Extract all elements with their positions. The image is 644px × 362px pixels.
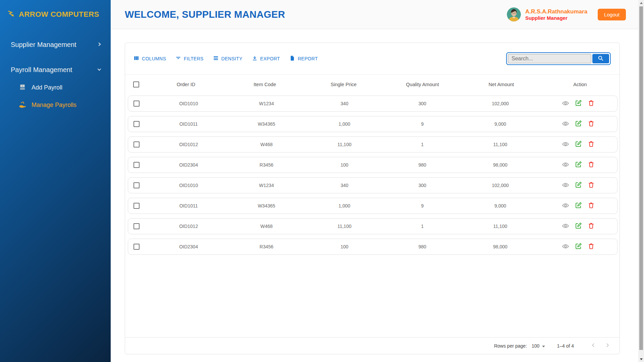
scroll-up-icon[interactable]	[638, 0, 644, 6]
sidebar-item-supplier-management[interactable]: Supplier Management	[0, 37, 111, 52]
column-header-action: Action	[541, 82, 620, 87]
view-button[interactable]	[562, 243, 569, 251]
view-button[interactable]	[562, 202, 569, 210]
scroll-down-icon[interactable]	[638, 356, 644, 362]
page-title: WELCOME, SUPPLIER MANAGER	[125, 9, 285, 20]
columns-button[interactable]: COLUMNS	[133, 55, 166, 62]
next-page-button[interactable]	[603, 341, 612, 351]
edit-button[interactable]	[575, 120, 582, 128]
row-checkbox[interactable]	[133, 101, 140, 107]
table-row: OID1012 W468 11,100 1 11,100	[128, 218, 618, 234]
cell-item-code: R3456	[227, 162, 305, 168]
top-header: WELCOME, SUPPLIER MANAGER A.R.S.A.Rathna…	[111, 0, 638, 29]
column-header-item-code: Item Code	[225, 82, 304, 87]
scrollbar-thumb[interactable]	[639, 6, 643, 350]
trash-icon	[588, 202, 595, 210]
edit-button[interactable]	[575, 161, 582, 169]
view-button[interactable]	[562, 100, 569, 108]
cell-order-id: OID1012	[150, 142, 227, 147]
cell-quality-amount: 300	[383, 183, 461, 188]
cell-item-code: R3456	[227, 244, 305, 249]
eye-icon	[562, 120, 569, 128]
cell-quality-amount: 1	[383, 142, 461, 147]
chevron-left-icon	[590, 342, 597, 350]
sidebar-item-label: Manage Payrolls	[32, 102, 76, 109]
sidebar-item-add-payroll[interactable]: Add Payroll	[0, 80, 111, 95]
table-row: OID1011 W34365 1,000 9 9,000	[128, 116, 618, 132]
row-checkbox[interactable]	[133, 182, 140, 188]
sidebar-item-label: Supplier Management	[11, 41, 76, 49]
cell-quality-amount: 9	[383, 203, 461, 208]
row-checkbox[interactable]	[133, 121, 140, 127]
cell-single-price: 11,100	[306, 142, 383, 147]
row-checkbox[interactable]	[133, 162, 140, 168]
delete-button[interactable]	[588, 120, 595, 128]
search-button[interactable]	[592, 54, 609, 63]
row-checkbox[interactable]	[133, 141, 140, 147]
filters-button[interactable]: FILTERS	[175, 55, 204, 62]
view-button[interactable]	[562, 181, 569, 190]
delete-button[interactable]	[588, 222, 595, 230]
delete-button[interactable]	[588, 140, 595, 148]
view-button[interactable]	[562, 120, 569, 128]
cell-item-code: W1234	[227, 183, 305, 188]
column-header-order-id: Order ID	[147, 82, 225, 87]
trash-icon	[588, 120, 595, 128]
cell-single-price: 340	[306, 183, 383, 188]
edit-button[interactable]	[575, 181, 582, 189]
cell-order-id: OID1010	[150, 101, 227, 106]
row-checkbox[interactable]	[133, 203, 140, 209]
rows-per-page-select[interactable]: 100	[532, 343, 545, 349]
sidebar-item-manage-payrolls[interactable]: Manage Payrolls	[0, 98, 111, 112]
delete-button[interactable]	[588, 202, 595, 210]
eye-icon	[562, 100, 569, 108]
filter-icon	[175, 55, 181, 62]
previous-page-button[interactable]	[589, 341, 598, 351]
edit-button[interactable]	[575, 222, 582, 230]
edit-button[interactable]	[575, 100, 582, 108]
payroll-table-card: COLUMNS FILTERS DENSITY	[125, 43, 620, 354]
edit-icon	[575, 140, 582, 148]
table-header-row: Order ID Item Code Single Price Quality …	[125, 75, 620, 94]
cell-item-code: W34365	[227, 121, 305, 127]
delete-button[interactable]	[588, 243, 595, 251]
export-button[interactable]: EXPORT	[252, 55, 280, 62]
cell-net-amount: 98,000	[461, 244, 539, 249]
edit-icon	[575, 222, 582, 230]
money-bundle-icon	[19, 83, 26, 92]
column-header-single-price: Single Price	[304, 82, 383, 87]
user-block: A.R.S.A.Rathnakumara Supplier Manager Lo…	[507, 7, 626, 21]
row-checkbox[interactable]	[133, 223, 140, 229]
delete-button[interactable]	[588, 161, 595, 169]
download-icon	[252, 55, 258, 62]
view-button[interactable]	[562, 222, 569, 231]
table-row: OID1010 W1234 340 300 102,000	[128, 177, 618, 193]
density-button[interactable]: DENSITY	[213, 55, 243, 62]
document-icon	[289, 55, 296, 62]
delete-button[interactable]	[588, 100, 595, 108]
select-all-checkbox[interactable]	[133, 81, 139, 87]
eye-icon	[562, 222, 569, 231]
sidebar-item-payroll-management[interactable]: Payroll Management	[0, 62, 111, 77]
cell-item-code: W468	[227, 142, 305, 147]
sidebar: ARROW COMPUTERS Supplier Management Payr…	[0, 0, 111, 362]
row-checkbox[interactable]	[133, 244, 140, 250]
delete-button[interactable]	[588, 181, 595, 189]
report-button[interactable]: REPORT	[289, 55, 318, 62]
view-button[interactable]	[562, 140, 569, 149]
column-header-quality-amount: Quality Amount	[383, 82, 462, 87]
chevron-down-icon	[97, 66, 102, 74]
pagination-bar: Rows per page: 100 1–4 of 4	[125, 337, 620, 354]
search-input[interactable]	[508, 54, 591, 63]
cell-single-price: 1,000	[306, 203, 383, 208]
cell-quality-amount: 980	[383, 244, 461, 249]
table-row: OID1011 W34365 1,000 9 9,000	[128, 198, 618, 214]
cell-quality-amount: 9	[383, 121, 461, 127]
edit-button[interactable]	[575, 140, 582, 148]
logout-button[interactable]: Logout	[598, 9, 626, 20]
avatar	[507, 7, 521, 21]
edit-button[interactable]	[575, 243, 582, 251]
view-button[interactable]	[562, 161, 569, 169]
edit-button[interactable]	[575, 202, 582, 210]
vertical-scrollbar[interactable]	[638, 0, 644, 362]
